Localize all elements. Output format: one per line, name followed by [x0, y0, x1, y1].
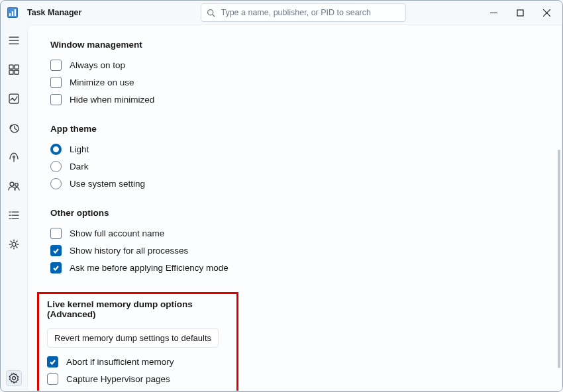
option-always-on-top[interactable]: Always on top	[50, 56, 562, 74]
option-theme-dark[interactable]: Dark	[50, 158, 562, 175]
checkbox[interactable]	[50, 77, 62, 88]
nav-app-history[interactable]	[6, 120, 22, 136]
scrollbar[interactable]	[558, 150, 560, 368]
svg-rect-13	[15, 65, 19, 69]
svg-rect-2	[15, 9, 16, 16]
checkbox[interactable]	[50, 94, 62, 105]
option-show-history[interactable]: Show history for all processes	[50, 242, 562, 259]
svg-point-3	[208, 9, 213, 15]
option-minimize-on-use[interactable]: Minimize on use	[50, 74, 562, 91]
checkbox[interactable]	[50, 228, 62, 239]
hamburger-button[interactable]	[6, 32, 22, 48]
titlebar: Task Manager Type a name, publisher, or …	[1, 1, 562, 24]
svg-point-29	[13, 377, 16, 380]
checkbox[interactable]	[50, 60, 62, 71]
app-icon	[7, 7, 18, 18]
section-heading: Live kernel memory dump options (Advance…	[47, 299, 229, 319]
option-theme-system[interactable]: Use system setting	[50, 175, 562, 192]
search-placeholder: Type a name, publisher, or PID to search	[221, 8, 371, 17]
option-label: Show full account name	[70, 228, 164, 238]
app-title: Task Manager	[27, 8, 81, 17]
option-label: Ask me before applying Efficiency mode	[70, 263, 229, 273]
section-kernel-dump: Live kernel memory dump options (Advance…	[47, 299, 229, 391]
option-show-full-account[interactable]: Show full account name	[50, 224, 562, 242]
minimize-button[interactable]	[480, 3, 507, 23]
nav-services[interactable]	[6, 236, 22, 252]
svg-point-20	[10, 182, 14, 186]
option-label: Show history for all processes	[70, 246, 188, 256]
section-heading: Other options	[50, 208, 562, 218]
search-input[interactable]: Type a name, publisher, or PID to search	[201, 3, 406, 22]
checkbox[interactable]	[47, 373, 58, 385]
svg-point-28	[12, 242, 16, 246]
nav-startup[interactable]	[6, 149, 22, 165]
svg-line-4	[213, 14, 215, 16]
search-icon	[207, 9, 215, 17]
sidebar	[1, 24, 27, 391]
section-heading: App theme	[50, 124, 562, 134]
section-app-theme: App theme Light Dark Use system setting	[50, 124, 562, 192]
option-label: Always on top	[70, 60, 125, 70]
svg-rect-0	[9, 13, 11, 16]
option-label: Light	[70, 144, 89, 154]
option-label: Dark	[70, 162, 89, 172]
option-hide-when-minimized[interactable]: Hide when minimized	[50, 91, 562, 108]
nav-details[interactable]	[6, 207, 22, 223]
svg-point-21	[15, 183, 19, 187]
nav-settings[interactable]	[6, 370, 22, 386]
nav-processes[interactable]	[6, 62, 22, 77]
revert-defaults-button[interactable]: Revert memory dump settings to defaults	[47, 328, 219, 348]
section-heading: Window management	[50, 40, 562, 50]
window-controls	[480, 3, 560, 23]
svg-rect-12	[9, 65, 13, 69]
option-label: Include nonessential pages	[82, 391, 191, 392]
close-button[interactable]	[533, 3, 560, 23]
radio[interactable]	[50, 161, 62, 172]
nav-performance[interactable]	[6, 91, 22, 107]
svg-rect-14	[9, 70, 13, 74]
radio[interactable]	[50, 144, 62, 155]
option-label: Minimize on use	[70, 77, 134, 87]
nav-users[interactable]	[6, 178, 22, 194]
svg-rect-6	[517, 10, 523, 16]
option-capture-hypervisor[interactable]: Capture Hypervisor pages	[47, 370, 229, 387]
option-label: Hide when minimized	[70, 95, 154, 105]
section-window-management: Window management Always on top Minimize…	[50, 40, 562, 108]
option-ask-efficiency[interactable]: Ask me before applying Efficiency mode	[50, 259, 562, 276]
checkbox[interactable]	[50, 245, 62, 256]
section-other-options: Other options Show full account name Sho…	[50, 208, 562, 276]
svg-rect-16	[9, 94, 19, 103]
checkbox	[63, 391, 74, 392]
radio[interactable]	[50, 178, 62, 189]
settings-panel: Window management Always on top Minimize…	[27, 24, 562, 391]
checkbox[interactable]	[47, 356, 58, 368]
svg-rect-15	[15, 70, 19, 74]
option-label: Use system setting	[70, 179, 145, 189]
highlight-annotation: Live kernel memory dump options (Advance…	[37, 292, 238, 391]
checkbox[interactable]	[50, 262, 62, 273]
option-label: Abort if insufficient memory	[66, 357, 174, 367]
option-abort-insufficient[interactable]: Abort if insufficient memory	[47, 353, 229, 370]
option-theme-light[interactable]: Light	[50, 140, 562, 158]
option-include-nonessential: Include nonessential pages	[63, 387, 229, 391]
option-label: Capture Hypervisor pages	[66, 374, 170, 384]
svg-rect-1	[12, 11, 13, 16]
maximize-button[interactable]	[507, 3, 533, 23]
